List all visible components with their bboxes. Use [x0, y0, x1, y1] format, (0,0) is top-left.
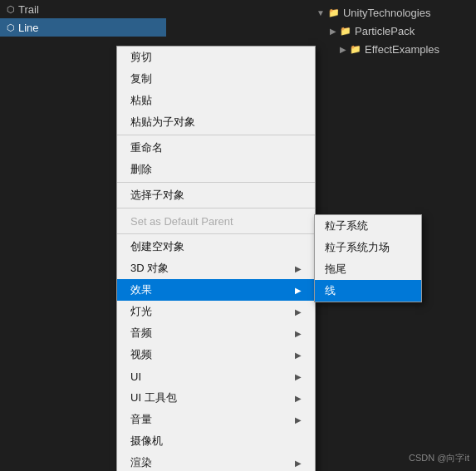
arrow-right-3d: ▶	[295, 264, 302, 273]
menu-item-camera[interactable]: 摄像机	[117, 430, 315, 452]
menu-item-audio[interactable]: 音频 ▶	[117, 322, 315, 344]
arrow-particle: ▶	[330, 27, 336, 36]
menu-item-effects[interactable]: 效果 ▶	[117, 279, 315, 301]
menu-item-create-empty[interactable]: 创建空对象	[117, 236, 315, 258]
tree-item-unity-label: UnityTechnologies	[343, 7, 431, 19]
tree-item-particle[interactable]: ▶ 📁 ParticlePack	[310, 22, 476, 40]
arrow-right-lighting: ▶	[295, 307, 302, 316]
arrow-right-render: ▶	[295, 459, 302, 468]
folder-icon-particle: 📁	[340, 26, 351, 37]
separator-2	[117, 182, 315, 183]
menu-item-lighting[interactable]: 灯光 ▶	[117, 301, 315, 322]
hierarchy-item-trail-label: Trail	[18, 3, 39, 16]
arrow-unity: ▼	[317, 8, 325, 17]
folder-icon-unity: 📁	[328, 7, 340, 18]
arrow-effect: ▶	[340, 45, 346, 54]
menu-item-set-default-parent: Set as Default Parent	[117, 210, 315, 232]
effects-submenu: 粒子系统 粒子系统力场 拖尾 线	[314, 214, 422, 302]
menu-item-rename[interactable]: 重命名	[117, 137, 315, 159]
separator-4	[117, 233, 315, 234]
menu-item-3d[interactable]: 3D 对象 ▶	[117, 258, 315, 279]
menu-item-delete[interactable]: 删除	[117, 159, 315, 180]
tree-item-effect-label: EffectExamples	[365, 43, 439, 56]
tree-item-effect[interactable]: ▶ 📁 EffectExamples	[310, 40, 476, 58]
menu-item-render[interactable]: 渲染 ▶	[117, 452, 315, 471]
hierarchy-item-trail[interactable]: ⬡ Trail	[0, 0, 166, 18]
submenu-item-particle-system[interactable]: 粒子系统	[315, 215, 421, 237]
hierarchy-item-line[interactable]: ⬡ Line	[0, 18, 166, 37]
arrow-right-ui-toolkit: ▶	[295, 394, 302, 403]
menu-item-ui-toolkit[interactable]: UI 工具包 ▶	[117, 387, 315, 409]
menu-item-cut[interactable]: 剪切	[117, 47, 315, 68]
context-menu: 剪切 复制 粘贴 粘贴为子对象 重命名 删除 选择子对象 Set as Defa…	[116, 46, 316, 471]
menu-item-paste-child[interactable]: 粘贴为子对象	[117, 111, 315, 133]
menu-item-ui[interactable]: UI ▶	[117, 366, 315, 387]
arrow-right-volume: ▶	[295, 415, 302, 424]
project-tree: ▼ 📁 UnityTechnologies ▶ 📁 ParticlePack ▶…	[310, 0, 476, 61]
menu-item-copy[interactable]: 复制	[117, 68, 315, 90]
menu-item-select-children[interactable]: 选择子对象	[117, 184, 315, 206]
arrow-right-audio: ▶	[295, 329, 302, 338]
arrow-right-video: ▶	[295, 351, 302, 360]
tree-item-particle-label: ParticlePack	[355, 25, 415, 37]
submenu-item-line[interactable]: 线	[315, 280, 421, 302]
watermark: CSDN @向字it	[409, 452, 469, 464]
arrow-right-effects: ▶	[295, 286, 302, 295]
hierarchy-item-line-label: Line	[18, 22, 39, 34]
menu-item-video[interactable]: 视频 ▶	[117, 344, 315, 366]
folder-icon-effect: 📁	[350, 44, 361, 55]
menu-item-paste[interactable]: 粘贴	[117, 90, 315, 111]
arrow-right-ui: ▶	[295, 372, 302, 381]
submenu-item-particle-force-field[interactable]: 粒子系统力场	[315, 237, 421, 258]
line-icon: ⬡	[7, 22, 15, 33]
menu-item-volume[interactable]: 音量 ▶	[117, 409, 315, 430]
separator-3	[117, 208, 315, 209]
separator-1	[117, 135, 315, 135]
trail-icon: ⬡	[7, 4, 15, 15]
submenu-item-trail[interactable]: 拖尾	[315, 258, 421, 280]
tree-item-unity[interactable]: ▼ 📁 UnityTechnologies	[310, 3, 476, 22]
